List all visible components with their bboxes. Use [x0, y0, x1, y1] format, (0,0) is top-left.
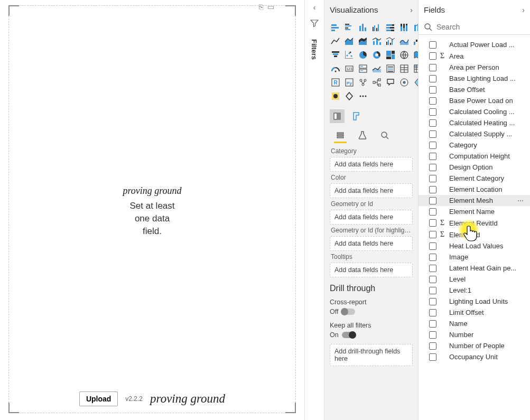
- qa-visual-icon[interactable]: [385, 77, 396, 88]
- format-tab[interactable]: [356, 128, 369, 143]
- field-row[interactable]: Element Mesh⋯: [419, 195, 530, 206]
- decomposition-tree-icon[interactable]: [371, 77, 383, 88]
- visual-header-icons[interactable]: ⎘ ▭: [259, 3, 274, 11]
- field-checkbox[interactable]: [429, 97, 436, 105]
- field-checkbox[interactable]: [429, 320, 436, 328]
- keep-filters-toggle[interactable]: On: [324, 329, 418, 342]
- field-checkbox[interactable]: [429, 86, 436, 94]
- clustered-bar-icon[interactable]: [343, 22, 355, 33]
- field-checkbox[interactable]: [429, 298, 436, 305]
- funnel-icon[interactable]: [330, 49, 341, 61]
- field-row[interactable]: Base Power Load on: [419, 95, 530, 106]
- ribbon-chart-icon[interactable]: [398, 35, 410, 47]
- field-row[interactable]: ΣElementId: [419, 229, 530, 240]
- field-row[interactable]: Element Location: [419, 184, 530, 195]
- field-checkbox[interactable]: [429, 242, 436, 250]
- well-color[interactable]: Add data fields here: [330, 183, 413, 198]
- powerapps-icon[interactable]: [412, 77, 419, 88]
- field-row[interactable]: Level:1: [419, 285, 530, 296]
- custom-visual-2-icon[interactable]: [343, 90, 355, 102]
- clustered-column-icon[interactable]: [371, 22, 383, 33]
- field-checkbox[interactable]: [429, 219, 436, 227]
- field-row[interactable]: ΣArea: [419, 50, 530, 62]
- line-chart-icon[interactable]: [330, 35, 341, 47]
- key-influencers-icon[interactable]: [357, 77, 369, 88]
- field-row[interactable]: Occupancy Unit: [419, 351, 530, 362]
- field-row[interactable]: Image: [419, 251, 530, 263]
- slicer-icon[interactable]: [385, 63, 396, 74]
- field-row[interactable]: Level: [419, 274, 530, 285]
- field-checkbox[interactable]: [429, 254, 436, 261]
- chevron-right-icon[interactable]: ›: [522, 6, 525, 14]
- field-checkbox[interactable]: [429, 276, 436, 283]
- field-row[interactable]: Name: [419, 318, 530, 329]
- field-checkbox[interactable]: [429, 52, 436, 60]
- focus-icon[interactable]: ▭: [267, 3, 274, 11]
- field-row[interactable]: Category: [419, 139, 530, 151]
- field-row[interactable]: Number: [419, 329, 530, 340]
- line-stacked-column-icon[interactable]: [371, 35, 383, 47]
- field-checkbox[interactable]: [429, 164, 436, 171]
- scatter-icon[interactable]: [343, 49, 355, 61]
- field-checkbox[interactable]: [429, 309, 436, 316]
- custom-visual-1-icon[interactable]: [330, 90, 341, 102]
- field-checkbox[interactable]: [429, 130, 436, 138]
- field-checkbox[interactable]: [429, 342, 436, 350]
- 100pct-bar-icon[interactable]: [385, 22, 396, 33]
- card-icon[interactable]: 123: [343, 63, 355, 74]
- field-row[interactable]: Number of People: [419, 340, 530, 351]
- pie-icon[interactable]: [357, 49, 369, 61]
- field-checkbox[interactable]: [429, 64, 436, 71]
- more-visuals-icon[interactable]: [357, 90, 369, 102]
- field-checkbox[interactable]: [429, 287, 436, 294]
- field-row[interactable]: Area per Person: [419, 62, 530, 73]
- field-checkbox[interactable]: [429, 142, 436, 149]
- analytics-tab[interactable]: [378, 128, 391, 143]
- well-tooltips[interactable]: Add data fields here: [330, 263, 413, 277]
- field-row[interactable]: Base Lighting Load ...: [419, 73, 530, 84]
- well-geometry-highlight[interactable]: Add data fields here: [330, 236, 413, 251]
- matrix-icon[interactable]: [412, 63, 419, 74]
- python-visual-icon[interactable]: Py: [343, 77, 355, 88]
- ribbon-icon[interactable]: [412, 22, 419, 33]
- search-input[interactable]: [436, 23, 529, 31]
- field-row[interactable]: Calculated Cooling ...: [419, 106, 530, 117]
- field-row[interactable]: Heat Load Values: [419, 240, 530, 251]
- field-row[interactable]: Element Category: [419, 173, 530, 184]
- field-checkbox[interactable]: [429, 175, 436, 182]
- field-row[interactable]: Calculated Heating ...: [419, 117, 530, 128]
- field-row[interactable]: Computation Height: [419, 151, 530, 162]
- field-row[interactable]: Calculated Supply ...: [419, 128, 530, 139]
- field-row[interactable]: Actual Power Load ...: [419, 39, 530, 50]
- format-tool-icon[interactable]: [349, 109, 364, 123]
- table-icon[interactable]: [398, 63, 410, 74]
- field-checkbox[interactable]: [429, 231, 436, 238]
- fields-tab[interactable]: [334, 128, 347, 143]
- upload-button[interactable]: Upload: [79, 391, 118, 406]
- more-icon[interactable]: ⋯: [515, 197, 526, 204]
- stacked-column-icon[interactable]: [357, 22, 369, 33]
- well-geometry[interactable]: Add data fields here: [330, 210, 413, 225]
- 100pct-column-icon[interactable]: [398, 22, 410, 33]
- waterfall-icon[interactable]: [412, 35, 419, 47]
- map-icon[interactable]: [398, 49, 410, 61]
- filters-pane-collapsed[interactable]: ‹ Filters: [304, 0, 324, 420]
- stacked-area-icon[interactable]: [357, 35, 369, 47]
- stacked-bar-icon[interactable]: [330, 22, 341, 33]
- field-row[interactable]: Lighting Load Units: [419, 296, 530, 307]
- multi-row-card-icon[interactable]: [357, 63, 369, 74]
- area-chart-icon[interactable]: [343, 35, 355, 47]
- field-checkbox[interactable]: [429, 108, 436, 116]
- well-category[interactable]: Add data fields here: [330, 157, 413, 172]
- field-row[interactable]: Element Name: [419, 206, 530, 217]
- treemap-icon[interactable]: [385, 49, 396, 61]
- donut-icon[interactable]: [371, 49, 383, 61]
- field-checkbox[interactable]: [429, 265, 436, 272]
- field-checkbox[interactable]: [429, 353, 436, 361]
- pin-icon[interactable]: ⎘: [259, 3, 263, 11]
- drill-through-well[interactable]: Add drill-through fields here: [330, 344, 413, 366]
- field-checkbox[interactable]: [429, 197, 436, 204]
- field-checkbox[interactable]: [429, 153, 436, 160]
- field-checkbox[interactable]: [429, 75, 436, 82]
- field-row[interactable]: Latent Heat Gain pe...: [419, 263, 530, 274]
